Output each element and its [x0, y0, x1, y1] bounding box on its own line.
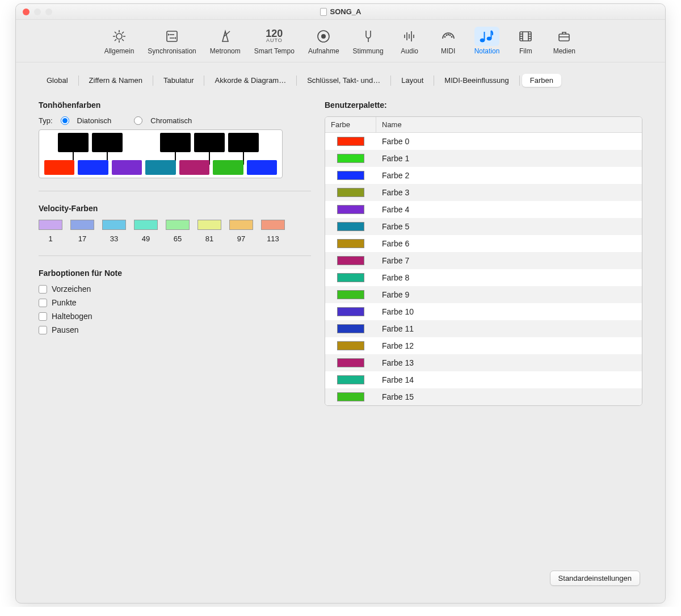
- palette-row-2[interactable]: Farbe 2: [325, 167, 642, 184]
- palette-name-cell[interactable]: Farbe 3: [376, 188, 642, 197]
- radio-label-diatonisch: Diatonisch: [77, 116, 112, 125]
- white-key-1[interactable]: [78, 160, 108, 175]
- color-chip[interactable]: [337, 205, 364, 214]
- window-title-text: SONG_A: [330, 7, 361, 16]
- defaults-button[interactable]: Standardeinstellungen: [550, 571, 640, 586]
- velocity-swatch-33[interactable]: 33: [102, 220, 126, 243]
- white-key-5[interactable]: [213, 160, 243, 175]
- palette-name-cell[interactable]: Farbe 2: [376, 171, 642, 180]
- white-key-2[interactable]: [112, 160, 142, 175]
- black-key-1[interactable]: [92, 133, 123, 152]
- palette-name-cell[interactable]: Farbe 12: [376, 341, 642, 350]
- palette-name-cell[interactable]: Farbe 14: [376, 375, 642, 384]
- keyboard-diagram[interactable]: [39, 129, 283, 178]
- palette-name-cell[interactable]: Farbe 13: [376, 358, 642, 367]
- color-chip[interactable]: [337, 222, 364, 231]
- palette-name-cell[interactable]: Farbe 11: [376, 324, 642, 333]
- palette-name-cell[interactable]: Farbe 1: [376, 154, 642, 163]
- black-key-0[interactable]: [58, 133, 89, 152]
- palette-row-10[interactable]: Farbe 10: [325, 303, 642, 320]
- palette-row-14[interactable]: Farbe 14: [325, 371, 642, 388]
- toolbar-item-synchronisation[interactable]: Synchronisation: [141, 24, 203, 56]
- color-chip[interactable]: [337, 341, 364, 350]
- radio-chromatisch[interactable]: [134, 116, 142, 125]
- black-key-2[interactable]: [160, 133, 191, 152]
- white-key-3[interactable]: [145, 160, 175, 175]
- toolbar-item-aufnahme[interactable]: Aufnahme: [301, 24, 346, 56]
- color-chip[interactable]: [337, 137, 364, 146]
- palette-row-4[interactable]: Farbe 4: [325, 201, 642, 218]
- toolbar-item-film[interactable]: Film: [506, 24, 545, 56]
- black-key-4[interactable]: [228, 133, 259, 152]
- palette-row-15[interactable]: Farbe 15: [325, 388, 642, 405]
- color-chip[interactable]: [337, 324, 364, 333]
- palette-name-cell[interactable]: Farbe 7: [376, 256, 642, 265]
- palette-name-cell[interactable]: Farbe 5: [376, 222, 642, 231]
- toolbar-item-notation[interactable]: Notation: [468, 24, 507, 56]
- color-chip[interactable]: [337, 154, 364, 163]
- black-key-3[interactable]: [194, 133, 225, 152]
- subtab-midi-beeinflussung[interactable]: MIDI-Beeinflussung: [436, 74, 516, 87]
- color-chip[interactable]: [337, 171, 364, 180]
- subtab-schl-ssel-takt-und-[interactable]: Schlüssel, Takt- und…: [299, 74, 388, 87]
- subtab-tabulatur[interactable]: Tabulatur: [155, 74, 201, 87]
- col-color[interactable]: Farbe: [325, 117, 376, 132]
- palette-name-cell[interactable]: Farbe 9: [376, 290, 642, 299]
- subtab-global[interactable]: Global: [39, 74, 76, 87]
- palette-row-6[interactable]: Farbe 6: [325, 235, 642, 252]
- velocity-swatch-65[interactable]: 65: [166, 220, 190, 243]
- palette-name-cell[interactable]: Farbe 6: [376, 239, 642, 248]
- checkbox-vorzeichen[interactable]: [39, 285, 47, 294]
- subtab-farben[interactable]: Farben: [522, 74, 561, 87]
- white-key-4[interactable]: [179, 160, 209, 175]
- velocity-swatch-49[interactable]: 49: [134, 220, 158, 243]
- toolbar-item-metronom[interactable]: Metronom: [203, 24, 247, 56]
- velocity-swatch-97[interactable]: 97: [229, 220, 253, 243]
- palette-name-cell[interactable]: Farbe 15: [376, 392, 642, 401]
- palette-row-5[interactable]: Farbe 5: [325, 218, 642, 235]
- palette-row-9[interactable]: Farbe 9: [325, 286, 642, 303]
- palette-name-cell[interactable]: Farbe 0: [376, 137, 642, 146]
- subtab-ziffern-namen[interactable]: Ziffern & Namen: [81, 74, 150, 87]
- color-chip[interactable]: [337, 239, 364, 248]
- subtab-akkorde-diagram-[interactable]: Akkorde & Diagram…: [207, 74, 294, 87]
- color-chip[interactable]: [337, 358, 364, 367]
- color-chip[interactable]: [337, 256, 364, 265]
- toolbar-item-audio[interactable]: Audio: [390, 24, 429, 56]
- toolbar-item-stimmung[interactable]: Stimmung: [346, 24, 390, 56]
- toolbar-item-smart-tempo[interactable]: 120 AUTO Smart Tempo: [247, 24, 301, 56]
- palette-row-1[interactable]: Farbe 1: [325, 150, 642, 167]
- velocity-swatch-113[interactable]: 113: [261, 220, 285, 243]
- toolbar-item-midi[interactable]: MIDI: [429, 24, 468, 56]
- palette-name-cell[interactable]: Farbe 8: [376, 273, 642, 282]
- white-key-0[interactable]: [44, 160, 74, 175]
- palette-row-13[interactable]: Farbe 13: [325, 354, 642, 371]
- palette-name-cell[interactable]: Farbe 4: [376, 205, 642, 214]
- color-chip[interactable]: [337, 188, 364, 197]
- checkbox-punkte[interactable]: [39, 299, 47, 307]
- velocity-swatch-1[interactable]: 1: [39, 220, 62, 243]
- palette-row-3[interactable]: Farbe 3: [325, 184, 642, 201]
- palette-row-0[interactable]: Farbe 0: [325, 133, 642, 150]
- toolbar-item-medien[interactable]: Medien: [545, 24, 583, 56]
- velocity-swatch-17[interactable]: 17: [70, 220, 94, 243]
- velocity-swatch-81[interactable]: 81: [197, 220, 221, 243]
- subtab-layout[interactable]: Layout: [393, 74, 431, 87]
- palette-name-cell[interactable]: Farbe 10: [376, 307, 642, 316]
- col-name[interactable]: Name: [376, 117, 642, 132]
- checkbox-row-haltebogen: Haltebogen: [39, 312, 311, 321]
- palette-row-8[interactable]: Farbe 8: [325, 269, 642, 286]
- palette-row-11[interactable]: Farbe 11: [325, 320, 642, 337]
- white-key-6[interactable]: [247, 160, 277, 175]
- color-chip[interactable]: [337, 392, 364, 401]
- checkbox-pausen[interactable]: [39, 326, 47, 334]
- checkbox-haltebogen[interactable]: [39, 312, 47, 321]
- toolbar-item-allgemein[interactable]: Allgemein: [98, 24, 141, 56]
- color-chip[interactable]: [337, 375, 364, 384]
- color-chip[interactable]: [337, 290, 364, 299]
- color-chip[interactable]: [337, 307, 364, 316]
- color-chip[interactable]: [337, 273, 364, 282]
- radio-diatonisch[interactable]: [61, 116, 69, 125]
- palette-row-12[interactable]: Farbe 12: [325, 337, 642, 354]
- palette-row-7[interactable]: Farbe 7: [325, 252, 642, 269]
